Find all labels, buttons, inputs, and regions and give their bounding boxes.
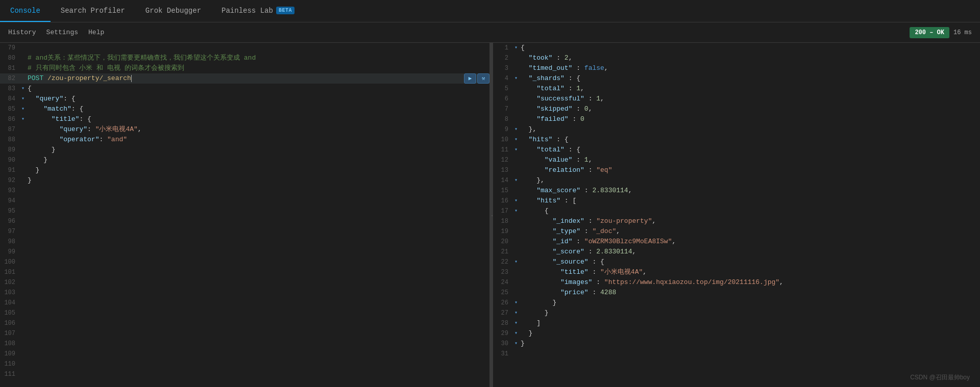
code-line[interactable]: 13 "relation" : "eq" (493, 165, 980, 175)
right-code-editor[interactable]: 1▾{2 "took" : 2,3 "timed_out" : false,4▾… (493, 43, 980, 387)
code-line[interactable]: 83▾{ (0, 84, 489, 94)
code-line[interactable]: 4▾ "_shards" : { (493, 73, 980, 84)
top-navigation: Console Search Profiler Grok Debugger Pa… (0, 0, 980, 22)
code-line[interactable]: 92} (0, 175, 489, 186)
code-line[interactable]: 79 (0, 43, 489, 53)
code-line[interactable]: 101 (0, 267, 489, 277)
line-number: 96 (0, 216, 21, 226)
code-line[interactable]: 18 "_index" : "zou-property", (493, 216, 980, 226)
code-line[interactable]: 27▾ } (493, 308, 980, 318)
tab-search-profiler[interactable]: Search Profiler (51, 0, 135, 22)
code-line[interactable]: 87 "query": "小米电视4A", (0, 124, 489, 135)
code-content: "match": { (28, 104, 489, 114)
code-line[interactable]: 108 (0, 339, 489, 349)
code-line[interactable]: 102 (0, 277, 489, 288)
line-number: 79 (0, 43, 21, 53)
code-line[interactable]: 21 "_score" : 2.8330114, (493, 247, 980, 257)
code-line[interactable]: 28▾ ] (493, 318, 980, 328)
code-line[interactable]: 20 "_id" : "oWZRM30Blzc9MoEA8ISw", (493, 237, 980, 247)
tab-painless-lab[interactable]: Painless Lab BETA (211, 0, 305, 22)
line-number: 31 (493, 349, 514, 359)
code-line[interactable]: 3 "timed_out" : false, (493, 63, 980, 73)
code-content: { (521, 206, 980, 216)
code-content: "query": { (28, 94, 489, 104)
line-number: 10 (493, 135, 514, 145)
code-line[interactable]: 12 "value" : 1, (493, 155, 980, 165)
code-line[interactable]: 99 (0, 247, 489, 257)
code-line[interactable]: 98 (0, 237, 489, 247)
line-number: 27 (493, 308, 514, 318)
code-line[interactable]: 29▾ } (493, 328, 980, 339)
code-line[interactable]: 24 "images" : "https://www.hqxiaozou.top… (493, 277, 980, 288)
code-line[interactable]: 15 "max_score" : 2.8330114, (493, 186, 980, 196)
code-line[interactable]: 94 (0, 196, 489, 206)
settings-query-button[interactable]: ⚒ (477, 73, 489, 84)
tab-console[interactable]: Console (0, 0, 51, 22)
code-line[interactable]: 11▾ "total" : { (493, 145, 980, 155)
code-line[interactable]: 103 (0, 288, 489, 298)
code-content: "total" : { (521, 145, 980, 155)
code-line[interactable]: 104 (0, 298, 489, 308)
code-line[interactable]: 14▾ }, (493, 175, 980, 186)
code-line[interactable]: 19 "_type" : "_doc", (493, 226, 980, 237)
fold-indicator: ▾ (21, 104, 28, 114)
code-content: # 只有同时包含 小米 和 电视 的词条才会被搜索到 (28, 63, 489, 73)
code-content: } (28, 155, 489, 165)
code-line[interactable]: 5 "total" : 1, (493, 84, 980, 94)
code-line[interactable]: 82POST /zou-property/_search▶⚒ (0, 73, 489, 84)
code-line[interactable]: 85▾ "match": { (0, 104, 489, 114)
code-line[interactable]: 93 (0, 186, 489, 196)
code-line[interactable]: 100 (0, 257, 489, 267)
code-line[interactable]: 86▾ "title": { (0, 114, 489, 124)
code-line[interactable]: 23 "title" : "小米电视4A", (493, 267, 980, 277)
fold-indicator: ▾ (514, 318, 521, 328)
code-line[interactable]: 97 (0, 226, 489, 237)
code-line[interactable]: 96 (0, 216, 489, 226)
code-line[interactable]: 22▾ "_source" : { (493, 257, 980, 267)
fold-indicator: ▾ (514, 298, 521, 308)
code-line[interactable]: 95 (0, 206, 489, 216)
code-line[interactable]: 10▾ "hits" : { (493, 135, 980, 145)
line-number: 103 (0, 288, 21, 298)
code-line[interactable]: 107 (0, 328, 489, 339)
help-button[interactable]: Help (88, 29, 104, 36)
line-number: 23 (493, 267, 514, 277)
left-code-editor[interactable]: 7980# and关系：某些情况下，我们需要更精确查找，我们希望这个关系变成 a… (0, 43, 489, 387)
line-number: 81 (0, 63, 21, 73)
code-line[interactable]: 109 (0, 349, 489, 359)
code-content: { (521, 43, 980, 53)
code-line[interactable]: 81# 只有同时包含 小米 和 电视 的词条才会被搜索到 (0, 63, 489, 73)
code-line[interactable]: 105 (0, 308, 489, 318)
code-line[interactable]: 9▾ }, (493, 124, 980, 135)
code-line[interactable]: 30▾} (493, 339, 980, 349)
code-line: 31 (493, 349, 980, 359)
code-line[interactable]: 6 "successful" : 1, (493, 94, 980, 104)
line-number: 30 (493, 339, 514, 349)
code-line[interactable]: 7 "skipped" : 0, (493, 104, 980, 114)
code-line[interactable]: 25 "price" : 4288 (493, 288, 980, 298)
code-line[interactable]: 80# and关系：某些情况下，我们需要更精确查找，我们希望这个关系变成 and (0, 53, 489, 63)
code-line[interactable]: 110 (0, 359, 489, 369)
run-query-button[interactable]: ▶ (464, 73, 476, 84)
code-line[interactable]: 88 "operator": "and" (0, 135, 489, 145)
code-line[interactable]: 89 } (0, 145, 489, 155)
code-line[interactable]: 16▾ "hits" : [ (493, 196, 980, 206)
settings-button[interactable]: Settings (46, 29, 78, 36)
code-line[interactable]: 26▾ } (493, 298, 980, 308)
code-content: ] (521, 318, 980, 328)
line-number: 13 (493, 165, 514, 175)
code-line[interactable]: 111 (0, 369, 489, 379)
code-line[interactable]: 2 "took" : 2, (493, 53, 980, 63)
code-line[interactable]: 91 } (0, 165, 489, 175)
history-button[interactable]: History (8, 29, 36, 36)
code-content: "title": { (28, 114, 489, 124)
code-line[interactable]: 84▾ "query": { (0, 94, 489, 104)
code-line[interactable]: 1▾{ (493, 43, 980, 53)
code-line[interactable]: 8 "failed" : 0 (493, 114, 980, 124)
code-line[interactable]: 17▾ { (493, 206, 980, 216)
code-line[interactable]: 90 } (0, 155, 489, 165)
fold-indicator: ▾ (514, 328, 521, 339)
tab-grok-debugger[interactable]: Grok Debugger (135, 0, 211, 22)
code-line[interactable]: 106 (0, 318, 489, 328)
code-content: "timed_out" : false, (521, 63, 980, 73)
